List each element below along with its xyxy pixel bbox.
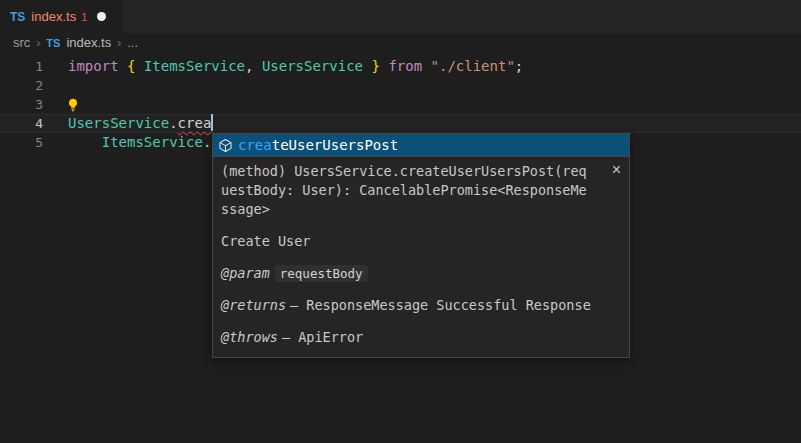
param-tag: @param — [221, 265, 270, 281]
line-number: 2 — [0, 76, 43, 95]
suggest-label: createUserUsersPost — [238, 136, 398, 155]
breadcrumb-symbol-ellipsis[interactable]: ... — [127, 35, 138, 50]
tab-index-ts[interactable]: TS index.ts 1 — [0, 0, 123, 33]
throws-tag: @throws — [221, 329, 278, 345]
line-number: 1 — [0, 57, 43, 76]
code-line-3: 3 ItemsService.createItemItemsPost({name… — [0, 95, 801, 114]
code-line-4-current: 4 UsersService.crea — [0, 114, 801, 133]
param-name-chip: requestBody — [275, 265, 368, 282]
suggest-widget: createUserUsersPost × (method) UsersServ… — [212, 133, 630, 358]
suggest-docs-panel: × (method) UsersService.createUserUsersP… — [213, 156, 629, 357]
line-code[interactable]: import { ItemsService, UsersService } fr… — [68, 57, 523, 76]
modified-dot-icon[interactable] — [97, 12, 106, 21]
close-icon[interactable]: × — [612, 163, 621, 177]
method-signature: (method) UsersService.createUserUsersPos… — [221, 162, 621, 219]
tab-error-count-badge: 1 — [81, 11, 87, 23]
line-number: 3 — [0, 95, 43, 114]
line-code[interactable]: UsersService.crea — [68, 114, 211, 133]
breadcrumb-folder[interactable]: src — [13, 35, 30, 50]
line-code[interactable]: ItemsService.createItemItemsPost({name: … — [68, 95, 616, 114]
returns-text: — ResponseMessage Successful Response — [290, 297, 591, 313]
typescript-file-icon: TS — [46, 37, 60, 49]
code-line-1: 1 import { ItemsService, UsersService } … — [0, 57, 801, 76]
suggest-label-rest: teUserUsersPost — [272, 137, 398, 153]
doc-param-row: @paramrequestBody — [221, 264, 621, 283]
returns-tag: @returns — [221, 297, 286, 313]
throws-text: — ApiError — [282, 329, 363, 345]
doc-returns-row: @returns— ResponseMessage Successful Res… — [221, 296, 621, 315]
tab-bar: TS index.ts 1 — [0, 0, 801, 33]
typescript-file-icon: TS — [10, 10, 25, 24]
lightbulb-icon[interactable] — [66, 95, 85, 114]
suggest-label-match: crea — [238, 137, 272, 153]
chevron-right-icon: › — [117, 36, 121, 50]
text-cursor — [211, 114, 213, 131]
editor[interactable]: 1 import { ItemsService, UsersService } … — [0, 52, 801, 443]
tab-filename: index.ts — [31, 9, 76, 24]
breadcrumb-file[interactable]: index.ts — [66, 35, 111, 50]
chevron-right-icon: › — [36, 36, 40, 50]
suggest-item-selected[interactable]: createUserUsersPost — [213, 134, 629, 156]
line-number: 4 — [0, 114, 43, 133]
doc-throws-row: @throws— ApiError — [221, 328, 621, 347]
line-number: 5 — [0, 133, 43, 152]
doc-summary: Create User — [221, 232, 621, 251]
breadcrumb: src › TS index.ts › ... — [0, 33, 801, 52]
symbol-method-icon — [218, 138, 233, 153]
code-line-2: 2 — [0, 76, 801, 95]
